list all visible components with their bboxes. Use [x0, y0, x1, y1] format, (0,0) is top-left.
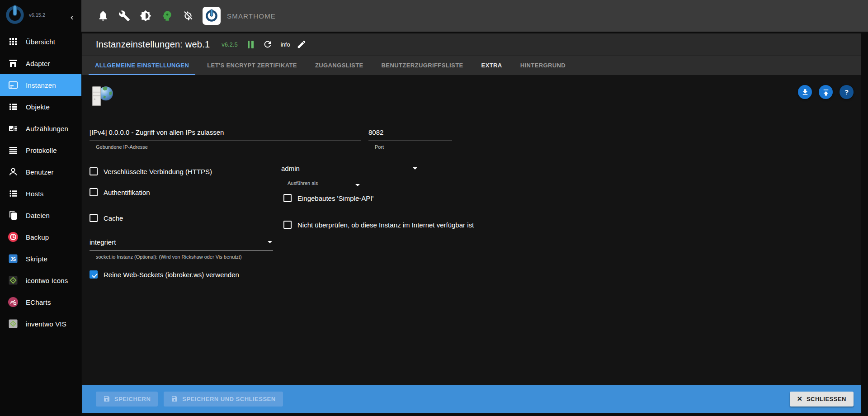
auth-label: Authentifikation [104, 189, 150, 196]
tab-extra[interactable]: EXTRA [472, 56, 511, 75]
sidebar: v6.15.2 Übersicht Adapter Instanzen Obje… [0, 0, 81, 416]
iobroker-logo-icon [5, 5, 25, 25]
auth-row: Authentifikation [90, 188, 150, 196]
settings-form: ? [IPv4] 0.0.0.0 - Zugriff von allen IPs… [82, 75, 861, 385]
run-as-label: Ausführen als [281, 180, 418, 186]
cache-checkbox[interactable] [90, 214, 98, 222]
https-row: Verschlüsselte Verbindung (HTTPS) [90, 167, 212, 175]
bind-ip-value[interactable]: [IPv4] 0.0.0.0 - Zugriff von allen IPs z… [90, 128, 361, 141]
wrench-icon[interactable] [118, 10, 130, 22]
sidebar-item-backup[interactable]: Backup [0, 226, 81, 248]
websockets-label: Reine Web-Sockets (iobroker.ws) verwende… [104, 271, 239, 279]
instances-icon [8, 80, 19, 90]
simple-api-checkbox[interactable] [283, 194, 292, 202]
sidebar-item-dateien[interactable]: Dateien [0, 204, 81, 226]
sidebar-menu: Übersicht Adapter Instanzen Objekte Aufz… [0, 31, 81, 335]
port-field: Port [368, 128, 452, 150]
save-icon [103, 395, 110, 402]
close-button[interactable]: × SCHLIESSEN [790, 392, 854, 407]
tab-benutzerzugriffsliste[interactable]: BENUTZERZUGRIFFSLISTE [373, 56, 472, 75]
sidebar-item-benutzer[interactable]: Benutzer [0, 161, 81, 183]
chevron-down-icon [413, 167, 417, 170]
sidebar-item-protokolle[interactable]: Protokolle [0, 139, 81, 161]
javascript-icon: JS [8, 253, 19, 264]
edit-icon[interactable] [297, 39, 307, 49]
instance-settings-dialog: Instanzeinstellungen: web.1 v6.2.5 info … [82, 33, 861, 413]
restart-icon[interactable] [263, 39, 273, 49]
sidebar-header: v6.15.2 [0, 0, 81, 31]
sidebar-item-hosts[interactable]: Hosts [0, 183, 81, 204]
enums-icon [8, 123, 19, 134]
info-link[interactable]: info [281, 41, 290, 48]
sidebar-item-adapter[interactable]: Adapter [0, 52, 81, 74]
sidebar-item-skripte[interactable]: JS Skripte [0, 248, 81, 269]
sidebar-item-objekte[interactable]: Objekte [0, 96, 81, 118]
chevron-down-icon [268, 241, 272, 243]
socketio-label: socket.io Instanz (Optional): (Wird von … [90, 254, 273, 260]
save-and-close-button[interactable]: SPEICHERN UND SCHLIESSEN [164, 392, 283, 407]
internet-check-label: Nicht überprüfen, ob diese Instanz im In… [297, 221, 474, 229]
dialog-footer: SPEICHERN SPEICHERN UND SCHLIESSEN × SCH… [82, 385, 861, 413]
socketio-value[interactable]: integriert [90, 238, 273, 251]
bind-ip-select[interactable]: [IPv4] 0.0.0.0 - Zugriff von allen IPs z… [90, 128, 361, 150]
pause-instance-icon[interactable] [248, 41, 254, 48]
expert-mode-icon[interactable] [161, 10, 173, 22]
sync-disabled-icon[interactable] [182, 10, 194, 22]
socketio-select[interactable]: integriert socket.io Instanz (Optional):… [90, 238, 273, 260]
sidebar-item-inventwo-vis[interactable]: inventwo VIS [0, 313, 81, 335]
port-input[interactable] [368, 128, 452, 137]
run-as-select[interactable]: admin Ausführen als [281, 164, 418, 186]
port-label: Port [368, 144, 452, 150]
echarts-icon [8, 297, 19, 307]
logs-icon [8, 145, 19, 156]
adapter-version: v6.2.5 [222, 41, 237, 48]
websockets-checkbox[interactable] [90, 270, 98, 279]
auth-checkbox[interactable] [90, 188, 98, 196]
save-button[interactable]: SPEICHERN [96, 392, 158, 407]
sidebar-item-icontwo[interactable]: icontwo Icons [0, 269, 81, 291]
https-label: Verschlüsselte Verbindung (HTTPS) [104, 168, 212, 175]
notifications-icon[interactable] [97, 10, 109, 22]
run-as-value[interactable]: admin [281, 164, 418, 177]
admin-version: v6.15.2 [29, 12, 45, 18]
help-button[interactable]: ? [840, 85, 854, 99]
websockets-row: Reine Web-Sockets (iobroker.ws) verwende… [90, 270, 239, 279]
bind-ip-label: Gebundene IP-Adresse [90, 144, 361, 150]
store-icon [8, 58, 19, 69]
user-icon [8, 166, 19, 177]
simple-api-label: Eingebautes 'Simple-API' [297, 194, 373, 202]
sidebar-item-uebersicht[interactable]: Übersicht [0, 31, 81, 52]
list-icon [8, 101, 19, 112]
https-checkbox[interactable] [90, 167, 98, 175]
grid-icon [8, 36, 19, 47]
internet-check-checkbox[interactable] [283, 221, 292, 229]
tab-allgemeine-einstellungen[interactable]: ALLGEMEINE EINSTELLUNGEN [86, 56, 198, 75]
inventwo-icon [8, 318, 19, 329]
iobroker-logo [203, 7, 221, 25]
tab-lets-encrypt-zertifikate[interactable]: LET'S ENCRYPT ZERTIFIKATE [198, 56, 306, 75]
dialog-title: Instanzeinstellungen: web.1 [96, 39, 210, 50]
sidebar-item-aufzaehlungen[interactable]: Aufzählungen [0, 118, 81, 139]
internet-check-row: Nicht überprüfen, ob diese Instanz im In… [283, 221, 474, 229]
upload-config-button[interactable] [819, 85, 833, 99]
sidebar-item-instanzen[interactable]: Instanzen [0, 74, 81, 96]
collapse-sidebar-icon[interactable] [64, 10, 75, 21]
tab-zugangsliste[interactable]: ZUGANGSLISTE [306, 56, 373, 75]
icontwo-icon [8, 275, 19, 286]
close-icon: × [797, 394, 802, 403]
topbar: SMARTHOME [81, 0, 868, 32]
cache-label: Cache [104, 214, 123, 222]
svg-text:JS: JS [10, 257, 16, 262]
files-icon [8, 210, 19, 221]
download-config-button[interactable] [798, 85, 812, 99]
tab-hintergrund[interactable]: HINTERGRUND [511, 56, 575, 75]
sidebar-item-echarts[interactable]: ECharts [0, 291, 81, 313]
backup-icon [8, 232, 19, 242]
cache-row: Cache [90, 214, 123, 222]
save-icon [171, 395, 178, 402]
hosts-icon [8, 188, 19, 199]
web-adapter-icon [90, 83, 116, 109]
dialog-header: Instanzeinstellungen: web.1 v6.2.5 info [82, 33, 861, 55]
theme-icon[interactable] [140, 10, 151, 22]
simple-api-row: Eingebautes 'Simple-API' [283, 194, 373, 202]
